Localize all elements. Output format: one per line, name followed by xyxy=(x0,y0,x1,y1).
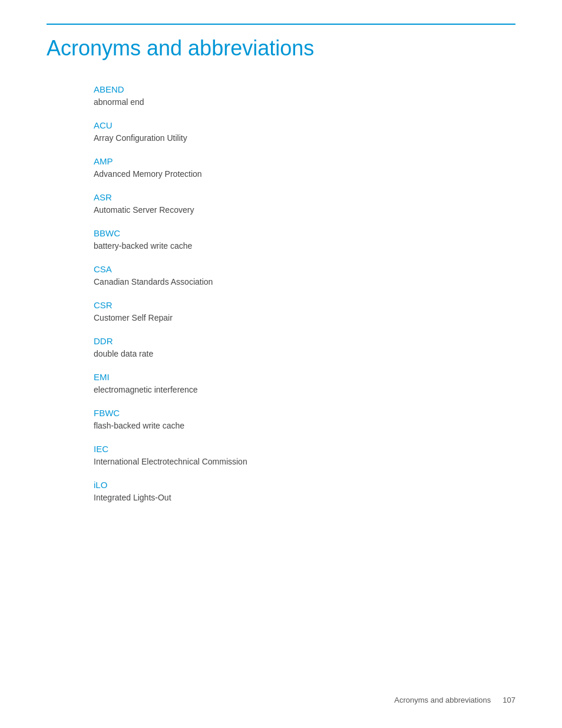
acronym-term: AMP xyxy=(94,156,515,166)
footer-text: Acronyms and abbreviations xyxy=(394,696,491,704)
acronym-term: DDR xyxy=(94,336,515,346)
page-footer: Acronyms and abbreviations 107 xyxy=(394,696,515,704)
page-container: Acronyms and abbreviations ABENDabnormal… xyxy=(0,0,562,728)
acronym-entry: CSACanadian Standards Association xyxy=(94,264,515,288)
acronym-term: iLO xyxy=(94,480,515,490)
acronym-entry: ACUArray Configuration Utility xyxy=(94,120,515,144)
acronym-entry: iLOIntegrated Lights-Out xyxy=(94,480,515,504)
acronym-term: ACU xyxy=(94,120,515,130)
acronym-term: EMI xyxy=(94,372,515,382)
acronym-entry: CSRCustomer Self Repair xyxy=(94,300,515,324)
acronym-definition: Advanced Memory Protection xyxy=(94,168,515,180)
acronym-term: ASR xyxy=(94,192,515,202)
acronym-definition: abnormal end xyxy=(94,96,515,108)
acronym-term: BBWC xyxy=(94,228,515,238)
acronym-entry: ABENDabnormal end xyxy=(94,84,515,108)
footer-page-number: 107 xyxy=(503,696,515,704)
acronym-entry: DDRdouble data rate xyxy=(94,336,515,360)
top-rule xyxy=(47,24,515,25)
acronym-definition: Canadian Standards Association xyxy=(94,276,515,288)
acronym-entry: ASRAutomatic Server Recovery xyxy=(94,192,515,216)
acronym-definition: Integrated Lights-Out xyxy=(94,492,515,504)
acronym-definition: battery-backed write cache xyxy=(94,240,515,252)
acronym-entry: BBWCbattery-backed write cache xyxy=(94,228,515,252)
acronym-definition: Automatic Server Recovery xyxy=(94,204,515,216)
acronym-definition: Array Configuration Utility xyxy=(94,132,515,144)
page-title: Acronyms and abbreviations xyxy=(47,35,515,61)
acronym-term: FBWC xyxy=(94,408,515,418)
acronym-entry: EMIelectromagnetic interference xyxy=(94,372,515,396)
acronym-entry: FBWCflash-backed write cache xyxy=(94,408,515,432)
acronym-term: CSA xyxy=(94,264,515,274)
acronym-term: CSR xyxy=(94,300,515,310)
acronym-entry: AMPAdvanced Memory Protection xyxy=(94,156,515,180)
acronym-list: ABENDabnormal endACUArray Configuration … xyxy=(94,84,515,504)
acronym-entry: IECInternational Electrotechnical Commis… xyxy=(94,444,515,468)
acronym-definition: double data rate xyxy=(94,348,515,360)
acronym-definition: International Electrotechnical Commissio… xyxy=(94,456,515,468)
acronym-definition: flash-backed write cache xyxy=(94,420,515,432)
acronym-term: ABEND xyxy=(94,84,515,94)
acronym-definition: electromagnetic interference xyxy=(94,384,515,396)
acronym-definition: Customer Self Repair xyxy=(94,312,515,324)
acronym-term: IEC xyxy=(94,444,515,454)
